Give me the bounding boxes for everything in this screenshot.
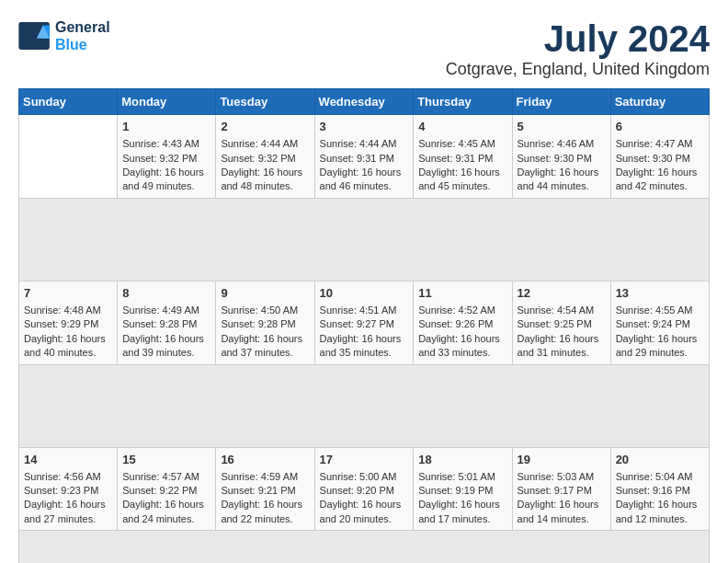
logo-icon (18, 22, 51, 50)
cell-text: and 48 minutes. (221, 179, 309, 193)
cell-text: Sunrise: 4:50 AM (221, 304, 309, 317)
day-number: 11 (418, 285, 506, 302)
logo-text: General Blue (55, 18, 110, 53)
cell-text: Sunrise: 4:56 AM (24, 470, 112, 484)
col-header-monday: Monday (118, 89, 216, 115)
day-number: 18 (418, 452, 506, 468)
day-number: 13 (616, 285, 704, 302)
cell-text: and 31 minutes. (518, 346, 606, 360)
day-number: 6 (616, 119, 704, 135)
cell-text: Daylight: 16 hours (418, 498, 506, 511)
col-header-friday: Friday (512, 89, 610, 115)
cell-text: and 49 minutes. (122, 179, 210, 193)
cell-text: Daylight: 16 hours (221, 166, 309, 179)
cell-text: Sunset: 9:30 PM (518, 152, 606, 166)
cell-text: Sunset: 9:28 PM (122, 317, 210, 331)
cell-text: Daylight: 16 hours (320, 166, 409, 179)
cell-text: and 35 minutes. (320, 346, 409, 360)
cell-text: Sunrise: 4:45 AM (418, 137, 506, 151)
calendar-cell: 12Sunrise: 4:54 AMSunset: 9:25 PMDayligh… (512, 281, 610, 364)
cell-text: Sunrise: 4:47 AM (616, 137, 704, 151)
week-separator (19, 364, 710, 447)
cell-text: Sunset: 9:22 PM (122, 484, 210, 498)
calendar-cell (19, 115, 118, 199)
calendar-cell: 14Sunrise: 4:56 AMSunset: 9:23 PMDayligh… (19, 447, 118, 531)
cell-text: Daylight: 16 hours (320, 332, 409, 346)
day-number: 10 (320, 285, 409, 302)
calendar-cell: 16Sunrise: 4:59 AMSunset: 9:21 PMDayligh… (216, 447, 314, 531)
col-header-tuesday: Tuesday (216, 89, 314, 115)
cell-text: Sunset: 9:28 PM (221, 317, 309, 331)
cell-text: Sunrise: 4:46 AM (518, 137, 606, 151)
col-header-sunday: Sunday (19, 89, 118, 115)
cell-text: and 22 minutes. (221, 512, 309, 526)
cell-text: Daylight: 16 hours (221, 498, 309, 511)
week-separator (19, 198, 710, 281)
calendar-cell: 6Sunrise: 4:47 AMSunset: 9:30 PMDaylight… (610, 115, 709, 199)
cell-text: Sunrise: 4:49 AM (122, 304, 210, 317)
cell-text: Sunrise: 4:44 AM (320, 137, 409, 151)
cell-text: Daylight: 16 hours (122, 166, 210, 179)
cell-text: Sunrise: 4:57 AM (122, 470, 210, 484)
calendar-cell: 20Sunrise: 5:04 AMSunset: 9:16 PMDayligh… (610, 447, 709, 531)
calendar-cell: 18Sunrise: 5:01 AMSunset: 9:19 PMDayligh… (414, 447, 512, 531)
calendar-cell: 19Sunrise: 5:03 AMSunset: 9:17 PMDayligh… (512, 447, 610, 531)
cell-text: Daylight: 16 hours (518, 166, 606, 179)
day-number: 12 (518, 285, 606, 302)
calendar-cell: 7Sunrise: 4:48 AMSunset: 9:29 PMDaylight… (19, 281, 118, 364)
title-section: July 2024 Cotgrave, England, United King… (446, 18, 710, 79)
week-row-1: 1Sunrise: 4:43 AMSunset: 9:32 PMDaylight… (19, 115, 710, 199)
day-number: 4 (418, 119, 506, 135)
col-header-saturday: Saturday (610, 89, 709, 115)
cell-text: and 40 minutes. (24, 346, 112, 360)
day-number: 16 (221, 452, 309, 468)
cell-text: and 14 minutes. (518, 512, 606, 526)
cell-text: Sunrise: 4:52 AM (418, 304, 506, 317)
cell-text: and 46 minutes. (320, 179, 409, 193)
cell-text: Sunset: 9:25 PM (518, 317, 606, 331)
cell-text: Sunrise: 4:44 AM (221, 137, 309, 151)
cell-text: Daylight: 16 hours (518, 332, 606, 346)
cell-text: Daylight: 16 hours (24, 498, 112, 511)
calendar-cell: 5Sunrise: 4:46 AMSunset: 9:30 PMDaylight… (512, 115, 610, 199)
day-number: 2 (221, 119, 309, 135)
day-number: 1 (122, 119, 210, 135)
logo-line1: General (55, 18, 110, 36)
cell-text: Daylight: 16 hours (518, 498, 606, 511)
calendar-cell: 3Sunrise: 4:44 AMSunset: 9:31 PMDaylight… (314, 115, 414, 199)
cell-text: Daylight: 16 hours (221, 332, 309, 346)
day-number: 5 (518, 119, 606, 135)
calendar-cell: 13Sunrise: 4:55 AMSunset: 9:24 PMDayligh… (610, 281, 709, 364)
cell-text: Sunset: 9:32 PM (221, 152, 309, 166)
cell-text: Daylight: 16 hours (320, 498, 409, 511)
cell-text: and 37 minutes. (221, 346, 309, 360)
cell-text: Daylight: 16 hours (616, 166, 704, 179)
cell-text: Sunrise: 4:55 AM (616, 304, 704, 317)
cell-text: Sunrise: 5:03 AM (518, 470, 606, 484)
logo: General Blue (18, 18, 110, 53)
cell-text: Sunrise: 5:01 AM (418, 470, 506, 484)
cell-text: Sunrise: 4:51 AM (320, 304, 409, 317)
cell-text: Sunrise: 5:00 AM (320, 470, 409, 484)
cell-text: Sunset: 9:23 PM (24, 484, 112, 498)
cell-text: Sunrise: 4:48 AM (24, 304, 112, 317)
page-header: General Blue July 2024 Cotgrave, England… (18, 18, 710, 79)
cell-text: Sunrise: 4:59 AM (221, 470, 309, 484)
cell-text: Sunset: 9:32 PM (122, 152, 210, 166)
cell-text: Sunset: 9:17 PM (518, 484, 606, 498)
day-number: 14 (24, 452, 112, 468)
cell-text: and 17 minutes. (418, 512, 506, 526)
cell-text: Sunset: 9:31 PM (320, 152, 409, 166)
cell-text: and 45 minutes. (418, 179, 506, 193)
calendar-cell: 9Sunrise: 4:50 AMSunset: 9:28 PMDaylight… (216, 281, 314, 364)
cell-text: Sunset: 9:21 PM (221, 484, 309, 498)
cell-text: and 27 minutes. (24, 512, 112, 526)
calendar-cell: 2Sunrise: 4:44 AMSunset: 9:32 PMDaylight… (216, 115, 314, 199)
day-number: 8 (122, 285, 210, 302)
week-separator (19, 531, 710, 563)
day-number: 9 (221, 285, 309, 302)
calendar-cell: 10Sunrise: 4:51 AMSunset: 9:27 PMDayligh… (314, 281, 414, 364)
logo-line2: Blue (55, 37, 87, 52)
day-number: 7 (24, 285, 112, 302)
cell-text: and 42 minutes. (616, 179, 704, 193)
